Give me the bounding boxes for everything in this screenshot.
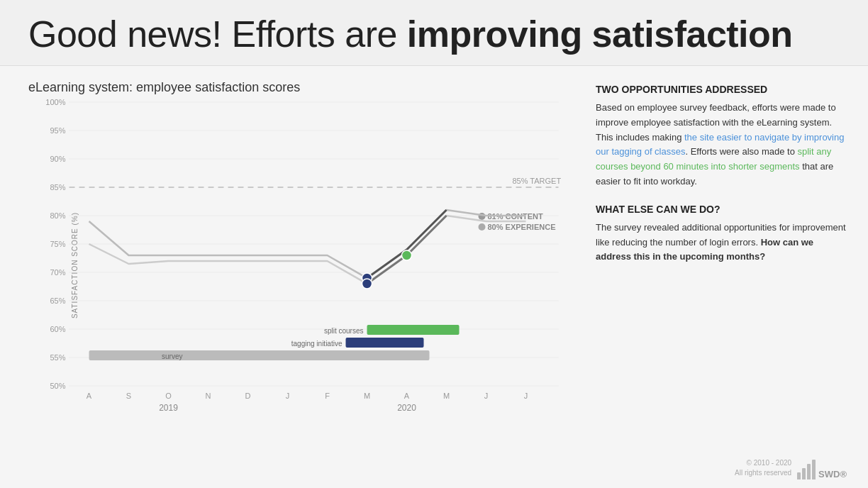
swd-brand-text: SWD®: [818, 469, 847, 479]
chart-inner: 100% 95% 90% 85% 80% 75% 70% 65% 60% 55%…: [67, 102, 567, 386]
title-bold: improving satisfaction: [407, 13, 793, 55]
swd-logo: SWD®: [797, 457, 847, 479]
svg-line-41: [367, 250, 407, 278]
opportunity-text: Based on employee survey feedback, effor…: [596, 101, 847, 189]
svg-text:J: J: [524, 392, 528, 400]
svg-text:50%: 50%: [50, 382, 65, 390]
svg-text:J: J: [484, 392, 489, 400]
svg-text:90%: 90%: [50, 155, 65, 163]
svg-text:M: M: [443, 392, 450, 400]
bar-3: [807, 464, 811, 479]
svg-text:M: M: [364, 392, 370, 400]
header: Good news! Efforts are improving satisfa…: [0, 0, 868, 66]
svg-text:D: D: [245, 392, 251, 400]
svg-text:2020: 2020: [397, 403, 416, 413]
chart-title: eLearning system: employee satisfaction …: [28, 80, 574, 95]
footer-text: © 2010 - 2020 All rights reserved: [735, 458, 791, 478]
opportunity-heading: TWO OPPORTUNITIES ADDRESSED: [596, 84, 847, 95]
svg-text:75%: 75%: [50, 240, 65, 248]
main-content: eLearning system: employee satisfaction …: [0, 66, 868, 483]
svg-rect-52: [367, 325, 460, 335]
svg-text:85%: 85%: [50, 183, 65, 192]
svg-line-42: [407, 210, 447, 250]
title-normal: Good news! Efforts are: [28, 13, 407, 55]
svg-text:A: A: [87, 392, 92, 400]
swd-bars-icon: [797, 460, 816, 479]
svg-text:N: N: [206, 392, 211, 400]
chart-area: SATISFACTION SCORE (%): [28, 102, 567, 428]
what-else-heading: WHAT ELSE CAN WE DO?: [596, 204, 847, 215]
svg-text:F: F: [325, 392, 330, 400]
svg-text:60%: 60%: [50, 325, 65, 333]
svg-text:70%: 70%: [50, 268, 65, 277]
bar-2: [802, 468, 806, 479]
svg-text:80%: 80%: [50, 211, 65, 220]
svg-text:100%: 100%: [45, 98, 65, 106]
main-title: Good news! Efforts are improving satisfa…: [28, 13, 840, 55]
svg-text:2019: 2019: [159, 403, 178, 413]
bar-4: [812, 460, 816, 479]
svg-rect-50: [346, 338, 424, 348]
svg-text:split courses: split courses: [324, 327, 364, 335]
copyright-text: © 2010 - 2020: [735, 458, 791, 468]
svg-text:80% EXPERIENCE: 80% EXPERIENCE: [488, 223, 556, 231]
svg-text:S: S: [126, 392, 131, 400]
svg-text:tagging initiative: tagging initiative: [291, 340, 343, 348]
opportunity-text-2: . Efforts were also made to: [685, 146, 797, 157]
chart-section: eLearning system: employee satisfaction …: [0, 66, 582, 483]
svg-point-46: [362, 279, 372, 289]
footer: © 2010 - 2020 All rights reserved SWD®: [735, 457, 847, 479]
svg-line-44: [407, 216, 447, 255]
svg-text:survey: survey: [162, 353, 182, 360]
svg-point-40: [479, 223, 486, 231]
right-panel: TWO OPPORTUNITIES ADDRESSED Based on emp…: [582, 66, 868, 483]
rights-text: All rights reserved: [735, 468, 791, 478]
svg-point-47: [402, 250, 412, 260]
svg-text:95%: 95%: [50, 126, 65, 135]
svg-rect-48: [89, 350, 430, 360]
svg-text:O: O: [165, 392, 172, 400]
chart-svg: 100% 95% 90% 85% 80% 75% 70% 65% 60% 55%…: [67, 102, 567, 386]
svg-text:85% TARGET: 85% TARGET: [513, 177, 562, 185]
svg-text:65%: 65%: [50, 296, 65, 305]
svg-text:55%: 55%: [50, 353, 65, 362]
svg-text:J: J: [286, 392, 290, 400]
svg-text:A: A: [404, 392, 410, 400]
svg-line-43: [367, 255, 407, 284]
what-else-text: The survey revealed additional opportuni…: [596, 221, 847, 265]
bar-1: [797, 472, 801, 479]
